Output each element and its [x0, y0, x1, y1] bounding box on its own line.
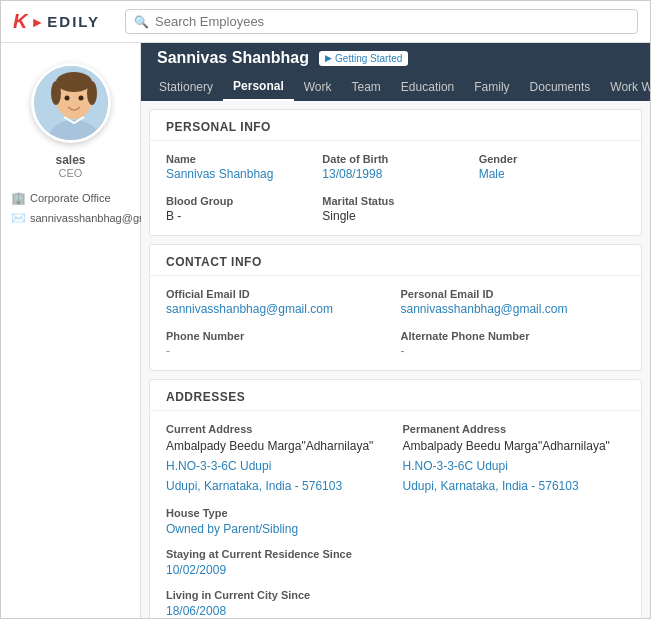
marital-value: Single	[322, 209, 468, 223]
marital-label: Marital Status	[322, 195, 468, 207]
building-icon: 🏢	[11, 191, 26, 205]
avatar-image	[34, 63, 108, 143]
personal-info-body: Name Sannivas Shanbhag Date of Birth 13/…	[150, 141, 641, 235]
permanent-address-item: Permanent Address Ambalpady Beedu Marga"…	[403, 423, 626, 495]
blood-group-label: Blood Group	[166, 195, 312, 207]
living-since-value: 18/06/2008	[166, 604, 625, 618]
dob-label: Date of Birth	[322, 153, 468, 165]
name-item: Name Sannivas Shanbhag	[166, 153, 312, 181]
svg-point-7	[64, 96, 69, 101]
address-grid: Current Address Ambalpady Beedu Marga"Ad…	[166, 423, 625, 495]
house-type-label: House Type	[166, 507, 625, 519]
tab-workweek[interactable]: Work Week	[600, 74, 650, 100]
profile-header: Sannivas Shanbhag ▶ Getting Started	[141, 43, 650, 73]
gender-value: Male	[479, 167, 625, 181]
current-address-line2: H.NO-3-3-6C Udupi	[166, 457, 389, 475]
current-address-line3: Udupi, Karnataka, India - 576103	[166, 477, 389, 495]
dob-value: 13/08/1998	[322, 167, 468, 181]
tab-team[interactable]: Team	[342, 74, 391, 100]
phone-label: Phone Number	[166, 330, 391, 342]
alt-phone-value: -	[401, 344, 626, 358]
official-email-label: Official Email ID	[166, 288, 391, 300]
staying-since-value: 10/02/2009	[166, 563, 625, 577]
getting-started-button[interactable]: ▶ Getting Started	[319, 51, 408, 66]
content-area: PERSONAL INFO Name Sannivas Shanbhag Dat…	[141, 101, 650, 618]
tabs-bar: Stationery Personal Work Team Education …	[141, 73, 650, 101]
permanent-address-line1: Ambalpady Beedu Marga"Adharnilaya"	[403, 437, 626, 455]
sidebar-office: 🏢 Corporate Office	[11, 191, 130, 205]
phone-value: -	[166, 344, 391, 358]
addresses-section: ADDRESSES Current Address Ambalpady Beed…	[149, 379, 642, 618]
svg-point-8	[78, 96, 83, 101]
personal-info-grid: Name Sannivas Shanbhag Date of Birth 13/…	[166, 153, 625, 223]
current-address-item: Current Address Ambalpady Beedu Marga"Ad…	[166, 423, 389, 495]
svg-point-5	[51, 81, 61, 105]
logo-letter: K	[13, 10, 28, 33]
staying-since-section: Staying at Current Residence Since 10/02…	[166, 548, 625, 577]
top-bar: K ► EDILY 🔍	[1, 1, 650, 43]
house-type-value: Owned by Parent/Sibling	[166, 522, 625, 536]
current-address-label: Current Address	[166, 423, 389, 435]
living-since-label: Living in Current City Since	[166, 589, 625, 601]
contact-info-body: Official Email ID sannivasshanbhag@gmail…	[150, 276, 641, 370]
email-icon: ✉️	[11, 211, 26, 225]
tab-personal[interactable]: Personal	[223, 73, 294, 101]
personal-email-item: Personal Email ID sannivasshanbhag@gmail…	[401, 288, 626, 316]
avatar	[31, 63, 111, 143]
permanent-address-line2: H.NO-3-3-6C Udupi	[403, 457, 626, 475]
logo: K ► EDILY	[13, 10, 113, 33]
phone-item: Phone Number -	[166, 330, 391, 358]
dob-item: Date of Birth 13/08/1998	[322, 153, 468, 181]
title-label: CEO	[59, 167, 83, 179]
contact-info-grid: Official Email ID sannivasshanbhag@gmail…	[166, 288, 625, 358]
logo-text: EDILY	[47, 13, 100, 30]
permanent-address-line3: Udupi, Karnataka, India - 576103	[403, 477, 626, 495]
tab-education[interactable]: Education	[391, 74, 464, 100]
alt-phone-item: Alternate Phone Number -	[401, 330, 626, 358]
contact-info-section: CONTACT INFO Official Email ID sannivass…	[149, 244, 642, 371]
personal-email-value: sannivasshanbhag@gmail.com	[401, 302, 626, 316]
addresses-header: ADDRESSES	[150, 380, 641, 411]
office-text: Corporate Office	[30, 192, 111, 204]
house-type-section: House Type Owned by Parent/Sibling	[166, 507, 625, 536]
marital-item: Marital Status Single	[322, 195, 468, 223]
gender-label: Gender	[479, 153, 625, 165]
sidebar-info: 🏢 Corporate Office ✉️ sannivasshanbhag@g…	[11, 191, 130, 231]
search-icon: 🔍	[134, 15, 149, 29]
official-email-item: Official Email ID sannivasshanbhag@gmail…	[166, 288, 391, 316]
addresses-body: Current Address Ambalpady Beedu Marga"Ad…	[150, 411, 641, 618]
contact-info-header: CONTACT INFO	[150, 245, 641, 276]
tab-work[interactable]: Work	[294, 74, 342, 100]
staying-since-label: Staying at Current Residence Since	[166, 548, 625, 560]
svg-point-4	[56, 72, 92, 92]
right-panel: Sannivas Shanbhag ▶ Getting Started Stat…	[141, 43, 650, 618]
sidebar-email: ✉️ sannivasshanbhag@gm	[11, 211, 130, 225]
current-address-line1: Ambalpady Beedu Marga"Adharnilaya"	[166, 437, 389, 455]
search-bar[interactable]: 🔍	[125, 9, 638, 34]
personal-info-header: PERSONAL INFO	[150, 110, 641, 141]
tab-family[interactable]: Family	[464, 74, 519, 100]
tab-stationery[interactable]: Stationery	[149, 74, 223, 100]
main-content: sales CEO 🏢 Corporate Office ✉️ sannivas…	[1, 43, 650, 618]
name-label: Name	[166, 153, 312, 165]
role-label: sales	[55, 153, 85, 167]
living-since-section: Living in Current City Since 18/06/2008	[166, 589, 625, 618]
blood-group-item: Blood Group B -	[166, 195, 312, 223]
name-value: Sannivas Shanbhag	[166, 167, 312, 181]
logo-arrow-icon: ►	[30, 14, 45, 30]
gender-item: Gender Male	[479, 153, 625, 181]
app-container: K ► EDILY 🔍	[0, 0, 651, 619]
search-input[interactable]	[155, 14, 629, 29]
left-sidebar: sales CEO 🏢 Corporate Office ✉️ sannivas…	[1, 43, 141, 618]
permanent-address-label: Permanent Address	[403, 423, 626, 435]
email-text: sannivasshanbhag@gm	[30, 212, 148, 224]
personal-info-section: PERSONAL INFO Name Sannivas Shanbhag Dat…	[149, 109, 642, 236]
personal-email-label: Personal Email ID	[401, 288, 626, 300]
official-email-value: sannivasshanbhag@gmail.com	[166, 302, 391, 316]
blood-group-value: B -	[166, 209, 312, 223]
tab-documents[interactable]: Documents	[520, 74, 601, 100]
getting-started-label: Getting Started	[335, 53, 402, 64]
svg-point-6	[87, 81, 97, 105]
profile-name: Sannivas Shanbhag	[157, 49, 309, 67]
play-icon: ▶	[325, 53, 332, 63]
